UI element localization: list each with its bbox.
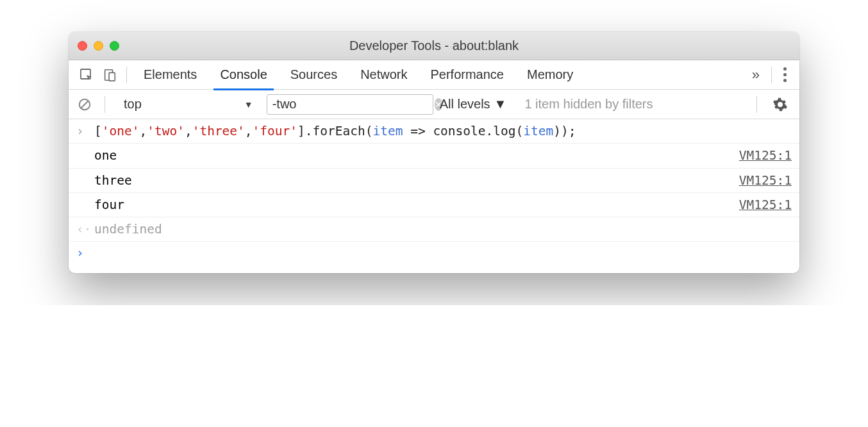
console-return-row: ‹· undefined [69, 217, 799, 242]
console-input-code[interactable]: ['one','two','three','four'].forEach(ite… [94, 122, 792, 140]
divider [756, 96, 757, 113]
console-log-row: threeVM125:1 [69, 169, 799, 193]
log-message: three [94, 171, 739, 190]
filter-input-wrapper: ✕ [267, 94, 433, 115]
filter-input[interactable] [272, 97, 435, 112]
source-link[interactable]: VM125:1 [739, 146, 792, 165]
hidden-by-filters-msg: 1 item hidden by filters [524, 97, 653, 112]
devtools-tabs: ElementsConsoleSourcesNetworkPerformance… [69, 60, 799, 90]
svg-line-4 [81, 101, 88, 108]
minimize-window-button[interactable] [94, 41, 103, 51]
return-chevron-icon: ‹· [76, 220, 94, 239]
tab-network[interactable]: Network [349, 60, 419, 90]
console-input-row: › ['one','two','three','four'].forEach(i… [69, 119, 799, 144]
dropdown-triangle-icon: ▼ [244, 99, 253, 110]
close-window-button[interactable] [78, 41, 87, 51]
console-log-row: fourVM125:1 [69, 193, 799, 217]
tab-elements[interactable]: Elements [132, 60, 208, 90]
input-chevron-icon: › [76, 122, 94, 140]
tab-performance[interactable]: Performance [419, 60, 516, 90]
return-value: undefined [94, 220, 792, 239]
source-link[interactable]: VM125:1 [739, 196, 792, 214]
divider [126, 67, 127, 83]
log-levels-select[interactable]: All levels ▼ [440, 97, 507, 112]
console-toolbar: top ▼ ✕ All levels ▼ 1 item hidden by fi… [69, 90, 799, 119]
console-prompt-row[interactable]: › [69, 242, 799, 273]
inspect-element-icon[interactable] [75, 63, 98, 87]
tab-memory[interactable]: Memory [515, 60, 585, 90]
console-log-row: oneVM125:1 [69, 144, 799, 168]
titlebar: Developer Tools - about:blank [69, 32, 799, 60]
context-label: top [124, 97, 142, 112]
window-title: Developer Tools - about:blank [69, 38, 799, 53]
source-link[interactable]: VM125:1 [739, 171, 792, 190]
clear-console-icon[interactable] [76, 96, 93, 113]
divider [771, 67, 772, 83]
devtools-window: Developer Tools - about:blank ElementsCo… [69, 32, 799, 273]
log-message: four [94, 196, 739, 214]
svg-rect-2 [109, 72, 115, 81]
more-tabs-button[interactable]: » [746, 67, 766, 83]
execution-context-select[interactable]: top ▼ [117, 94, 260, 115]
console-body: › ['one','two','three','four'].forEach(i… [69, 119, 799, 273]
traffic-lights [78, 41, 119, 51]
devtools-menu-button[interactable] [777, 67, 793, 82]
console-settings-icon[interactable] [769, 93, 792, 116]
log-message: one [94, 146, 739, 165]
divider [104, 96, 105, 113]
tab-console[interactable]: Console [208, 60, 278, 90]
levels-label: All levels [440, 97, 490, 112]
tab-sources[interactable]: Sources [279, 60, 349, 90]
dropdown-triangle-icon: ▼ [494, 97, 507, 112]
prompt-chevron-icon: › [76, 246, 94, 260]
device-toolbar-icon[interactable] [98, 63, 121, 87]
maximize-window-button[interactable] [110, 41, 119, 51]
